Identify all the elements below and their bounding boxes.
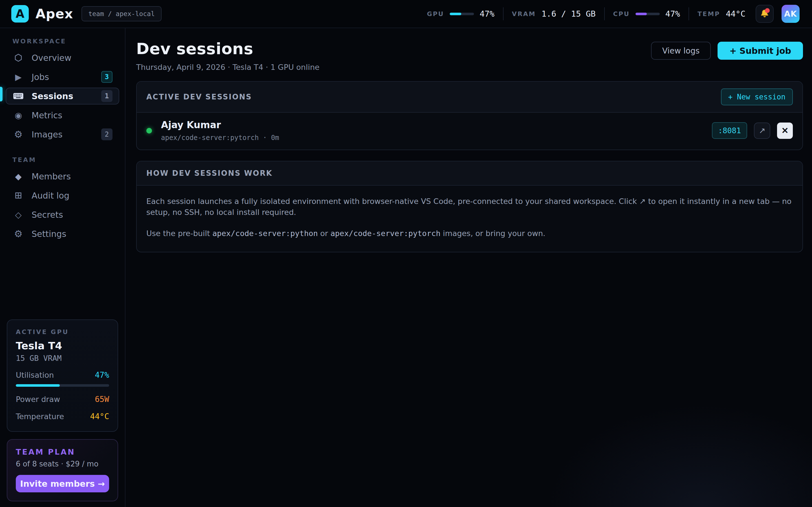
sidebar: WORKSPACE Overview ▶ Jobs 3 — [0, 28, 125, 507]
header-actions: AK — [756, 5, 800, 23]
temperature-row: Temperature 44°C — [16, 412, 109, 421]
vram-stat-value: 1.6 / 15 GB — [542, 9, 596, 18]
gear-icon: ⚙ — [12, 129, 24, 140]
sidebar-item-label: Overview — [32, 53, 71, 63]
info-panel: HOW DEV SESSIONS WORK Each session launc… — [136, 161, 803, 252]
diamond-filled-icon: ◆ — [12, 172, 24, 181]
header-stats: GPU 47% VRAM 1.6 / 15 GB CPU 47% TEMP 44… — [427, 7, 746, 20]
workspace-section-label: WORKSPACE — [6, 34, 119, 49]
power-row: Power draw 65W — [16, 395, 109, 404]
notification-dot — [765, 8, 770, 13]
sidebar-item-label: Jobs — [32, 72, 49, 82]
team-section-label: TEAM — [6, 152, 119, 168]
cpu-stat: CPU 47% — [613, 9, 680, 18]
session-owner-name: Ajay Kumar — [161, 119, 279, 130]
sidebar-item-label: Sessions — [32, 91, 73, 101]
page-title: Dev sessions — [136, 40, 319, 58]
decorative-glow — [446, 360, 812, 507]
workspace-badge: team / apex-local — [82, 6, 161, 21]
sidebar-item-audit-log[interactable]: Audit log — [6, 187, 119, 204]
sessions-panel-header: ACTIVE DEV SESSIONS + New session — [137, 82, 802, 113]
gpu-card-label: ACTIVE GPU — [16, 328, 109, 335]
sidebar-item-jobs[interactable]: ▶ Jobs 3 — [6, 68, 119, 86]
divider — [503, 7, 504, 20]
gpu-name: Tesla T4 — [16, 340, 109, 351]
active-item-indicator — [0, 87, 3, 101]
new-session-button[interactable]: + New session — [721, 89, 793, 105]
team-plan-card: TEAM PLAN 6 of 8 seats · $29 / mo Invite… — [7, 439, 118, 501]
power-label: Power draw — [16, 395, 60, 404]
close-session-button[interactable]: ✕ — [777, 122, 793, 139]
images-count-badge: 2 — [101, 128, 112, 140]
open-session-button[interactable]: ↗ — [754, 122, 770, 139]
sidebar-item-overview[interactable]: Overview — [6, 49, 119, 66]
temp-stat: TEMP 44°C — [698, 9, 746, 18]
session-meta: apex/code-server:pytorch · 0m — [161, 134, 279, 142]
port-badge: :8081 — [712, 122, 747, 139]
top-header: A Apex team / apex-local GPU 47% VRAM 1.… — [0, 0, 812, 28]
image-name-python: apex/code-server:python — [212, 229, 318, 238]
sidebar-item-label: Audit log — [32, 191, 69, 201]
page-subtitle: Thursday, April 9, 2026 · Tesla T4 · 1 G… — [136, 63, 319, 71]
info-paragraph-2-text: or — [318, 229, 331, 238]
status-dot-online — [146, 128, 152, 133]
sidebar-item-sessions[interactable]: Sessions 1 — [6, 88, 119, 105]
keyboard-icon — [12, 92, 24, 100]
sidebar-item-images[interactable]: ⚙ Images 2 — [6, 126, 119, 143]
play-icon: ▶ — [12, 72, 24, 82]
utilisation-bar — [16, 384, 109, 387]
temp-stat-label: TEMP — [698, 10, 720, 17]
info-paragraph-2: Use the pre-built apex/code-server:pytho… — [146, 228, 793, 239]
temp-stat-value: 44°C — [726, 9, 746, 18]
diamond-icon: ◇ — [12, 210, 24, 220]
temperature-value: 44°C — [90, 412, 109, 421]
image-name-pytorch: apex/code-server:pytorch — [331, 229, 441, 238]
divider — [604, 7, 605, 20]
cpu-utilisation-bar — [636, 13, 660, 15]
jobs-count-badge: 3 — [101, 71, 112, 83]
session-actions: :8081 ↗ ✕ — [712, 122, 793, 139]
utilisation-label: Utilisation — [16, 371, 54, 379]
session-info: Ajay Kumar apex/code-server:pytorch · 0m — [161, 119, 279, 142]
app-root: A Apex team / apex-local GPU 47% VRAM 1.… — [0, 0, 812, 507]
apex-logo[interactable]: A — [11, 5, 29, 22]
info-panel-header: HOW DEV SESSIONS WORK — [137, 161, 802, 186]
page-head: Dev sessions Thursday, April 9, 2026 · T… — [136, 40, 803, 71]
sidebar-item-members[interactable]: ◆ Members — [6, 168, 119, 185]
sidebar-item-metrics[interactable]: ◉ Metrics — [6, 107, 119, 124]
body-row: WORKSPACE Overview ▶ Jobs 3 — [0, 28, 812, 507]
external-link-icon: ↗ — [759, 126, 765, 135]
notifications-button[interactable] — [756, 5, 774, 23]
close-icon: ✕ — [781, 126, 788, 135]
view-logs-button[interactable]: View logs — [651, 42, 711, 60]
gpu-stat: GPU 47% — [427, 9, 494, 18]
cpu-stat-value: 47% — [665, 9, 680, 18]
sidebar-item-label: Secrets — [32, 210, 63, 220]
sidebar-item-settings[interactable]: ⚙ Settings — [6, 225, 119, 242]
info-paragraph-2-text: Use the pre-built — [146, 229, 212, 238]
submit-job-button[interactable]: + Submit job — [718, 42, 803, 60]
sessions-panel-title: ACTIVE DEV SESSIONS — [146, 93, 252, 101]
invite-members-button[interactable]: Invite members → — [16, 475, 109, 492]
sidebar-item-label: Settings — [32, 229, 66, 239]
target-icon: ◉ — [12, 110, 24, 120]
gpu-utilisation-bar — [450, 13, 474, 15]
sidebar-item-label: Metrics — [32, 110, 62, 120]
gpu-stat-value: 47% — [479, 9, 494, 18]
avatar[interactable]: AK — [781, 5, 800, 23]
cpu-stat-label: CPU — [613, 10, 630, 17]
gear-icon: ⚙ — [12, 228, 24, 239]
info-panel-title: HOW DEV SESSIONS WORK — [146, 169, 273, 177]
grid-icon — [12, 191, 24, 200]
info-panel-body: Each session launches a fully isolated e… — [137, 186, 802, 252]
session-row: Ajay Kumar apex/code-server:pytorch · 0m… — [137, 113, 802, 150]
divider — [689, 7, 689, 20]
plan-seats: 6 of 8 seats · $29 / mo — [16, 460, 109, 468]
hexagon-icon — [12, 53, 24, 62]
info-paragraph-1: Each session launches a fully isolated e… — [146, 196, 793, 218]
sidebar-item-secrets[interactable]: ◇ Secrets — [6, 206, 119, 223]
gpu-stat-label: GPU — [427, 10, 444, 17]
sessions-count-badge: 1 — [101, 90, 112, 102]
sidebar-item-label: Members — [32, 172, 71, 181]
active-sessions-panel: ACTIVE DEV SESSIONS + New session Ajay K… — [136, 81, 803, 150]
